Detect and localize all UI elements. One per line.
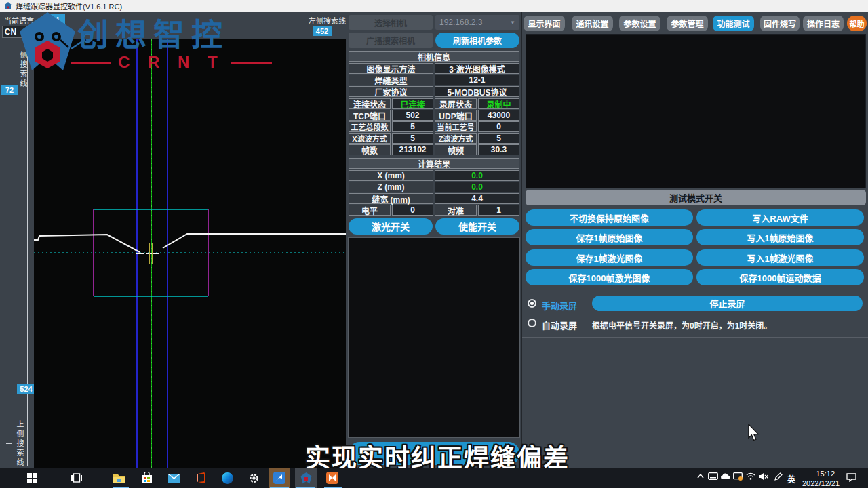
refresh-camera-params-button[interactable]: 刷新相机参数 — [435, 33, 519, 48]
taskbar-clock[interactable]: 15:12 2022/12/21 — [802, 470, 835, 488]
edge-browser-icon[interactable] — [220, 471, 234, 485]
test-mode-switch-button[interactable]: 测试模式开关 — [526, 190, 866, 205]
info-value: 3-激光图像模式 — [435, 63, 519, 74]
camera-panel: 当前语言 24 左侧搜索线 CN ▼ 452 72 524 侧搜索线 上侧搜索线 — [0, 12, 347, 468]
table-row: 厂家协议 5-MODBUS协议 — [349, 86, 519, 97]
info-label: 图像显示方法 — [349, 63, 433, 74]
camera-info-header: 相机信息 — [349, 51, 519, 62]
tray-onedrive-cloud-icon[interactable] — [720, 472, 730, 481]
auto-record-note: 根据电平信号开关录屏，为0时开启，为1时关闭。 — [592, 319, 772, 331]
divider — [522, 337, 868, 338]
tray-volume-muted-icon[interactable] — [759, 472, 769, 482]
camera-ip-combo[interactable]: 192.168.2.3 ▼ — [435, 15, 519, 30]
tray-pen-icon[interactable] — [774, 472, 783, 483]
info-value: 5 — [478, 133, 519, 144]
window-title: 焊缝跟踪器显控软件(V1.6.1 RC) — [16, 1, 122, 12]
left-search-slider-value[interactable]: 452 — [313, 26, 332, 36]
left-search-slider-track-end[interactable] — [332, 30, 346, 31]
start-button[interactable] — [25, 471, 39, 485]
camera-overlay-graphics — [34, 39, 346, 468]
vertical-slider1-track[interactable] — [9, 43, 9, 444]
remote-tool-app-icon[interactable] — [273, 471, 286, 485]
calc-label: X (mm) — [349, 170, 433, 181]
camera-view — [34, 39, 346, 468]
tab-param-mgmt[interactable]: 参数管理 — [667, 16, 708, 31]
settings-gear-icon[interactable] — [247, 471, 260, 485]
table-row: 图像显示方法 3-激光图像模式 — [349, 63, 519, 74]
broadcast-search-button[interactable]: 广播搜索相机 — [349, 33, 433, 48]
office-app-icon[interactable] — [194, 471, 208, 485]
calc-value: 0 — [392, 205, 433, 216]
calc-value: 0.0 — [435, 182, 519, 192]
info-label: 厂家协议 — [349, 86, 433, 97]
vertical-slider2-value[interactable]: 524 — [17, 384, 35, 394]
table-row: TCP端口 502 UDP端口 43000 — [349, 110, 519, 121]
weld-software-app-icon[interactable] — [299, 471, 313, 485]
tray-ime-indicator[interactable]: 英 — [787, 473, 795, 485]
manual-record-label[interactable]: 手动录屏 — [542, 299, 577, 312]
status-badge: 录制中 — [478, 98, 519, 109]
tray-touch-keyboard-icon[interactable] — [708, 472, 718, 481]
table-row: 缝宽 (mm) 4.4 — [349, 193, 519, 204]
logo-line-right — [231, 62, 272, 64]
upper-search-line-label: 上侧搜索线 — [14, 420, 25, 468]
clock-date: 2022/12/21 — [802, 479, 835, 488]
stop-record-button[interactable]: 停止录屏 — [592, 296, 863, 311]
write-1-original-button[interactable]: 写入1帧原始图像 — [696, 229, 864, 245]
tab-help[interactable]: 帮助 — [847, 16, 867, 31]
save-1-original-button[interactable]: 保存1帧原始图像 — [526, 229, 693, 245]
vertical-slider2-track[interactable] — [27, 43, 28, 466]
write-raw-file-button[interactable]: 写入RAW文件 — [696, 209, 864, 226]
tray-wifi-icon[interactable] — [746, 472, 755, 481]
table-row: 焊缝类型 12-1 — [349, 75, 519, 85]
info-label: TCP端口 — [349, 110, 391, 121]
laser-switch-button[interactable]: 激光开关 — [349, 218, 433, 235]
action-center-icon[interactable] — [846, 473, 856, 483]
app-window: 焊缝跟踪器显控软件(V1.6.1 RC) 当前语言 24 左侧搜索线 CN ▼ … — [0, 0, 868, 488]
info-value: 0 — [478, 121, 519, 132]
auto-record-label[interactable]: 自动录屏 — [542, 319, 577, 331]
tab-firmware[interactable]: 固件烧写 — [760, 16, 800, 31]
info-value: 5-MODBUS协议 — [435, 86, 519, 97]
tray-display-notification-icon[interactable] — [733, 472, 743, 482]
tab-display[interactable]: 显示界面 — [524, 16, 565, 31]
task-view-button[interactable] — [70, 471, 83, 485]
file-explorer-icon[interactable] — [113, 471, 126, 485]
save-1-laser-button[interactable]: 保存1帧激光图像 — [526, 249, 693, 266]
function-test-panel: 显示界面 通讯设置 参数设置 参数管理 功能测试 固件烧写 操作日志 帮助 测试… — [522, 12, 868, 468]
vertical-slider1-value[interactable]: 72 — [1, 85, 18, 95]
tab-params[interactable]: 参数设置 — [619, 16, 660, 31]
tab-comm[interactable]: 通讯设置 — [572, 16, 613, 31]
logo-line-left — [71, 62, 111, 64]
camera-ip-value: 192.168.2.3 — [439, 18, 482, 27]
write-1-laser-button[interactable]: 写入1帧激光图像 — [696, 249, 864, 266]
microsoft-store-icon[interactable] — [140, 471, 153, 485]
save-1000-motion-button[interactable]: 保存1000帧运动数据 — [696, 269, 864, 285]
select-camera-button[interactable]: 选择相机 — [349, 15, 433, 30]
divider — [522, 291, 868, 291]
chevron-down-icon: ▼ — [510, 20, 515, 26]
info-value: 12-1 — [435, 75, 519, 85]
info-label: 工艺总段数 — [349, 121, 391, 132]
tray-expand-chevron-icon[interactable] — [696, 472, 705, 482]
taskbar: 英 15:12 2022/12/21 — [0, 468, 868, 488]
manual-record-radio[interactable] — [528, 299, 536, 308]
table-row: 帧数 213102 帧频 30.3 — [349, 144, 519, 155]
info-value: 502 — [392, 110, 433, 121]
enable-switch-button[interactable]: 使能开关 — [435, 218, 519, 235]
laser-profile-right — [163, 234, 346, 248]
auto-record-radio[interactable] — [528, 319, 536, 327]
table-row: 连接状态 已连接 录屏状态 录制中 — [349, 98, 519, 109]
brand-logo-en-text: C R N T — [118, 54, 224, 70]
orange-app-icon[interactable] — [326, 471, 339, 485]
vertical-slider1-cap-top — [6, 43, 12, 43]
info-label: 当前工艺号 — [435, 121, 477, 132]
mail-app-icon[interactable] — [167, 471, 180, 485]
tab-op-log[interactable]: 操作日志 — [803, 16, 844, 31]
save-1000-laser-button[interactable]: 保存1000帧激光图像 — [526, 269, 693, 285]
keep-original-image-button[interactable]: 不切换保持原始图像 — [526, 209, 693, 226]
table-row: X滤波方式 5 Z滤波方式 5 — [349, 133, 519, 144]
tab-function-test[interactable]: 功能测试 — [713, 16, 754, 31]
language-select-value: CN — [5, 27, 16, 37]
calc-value: 0.0 — [435, 170, 519, 181]
